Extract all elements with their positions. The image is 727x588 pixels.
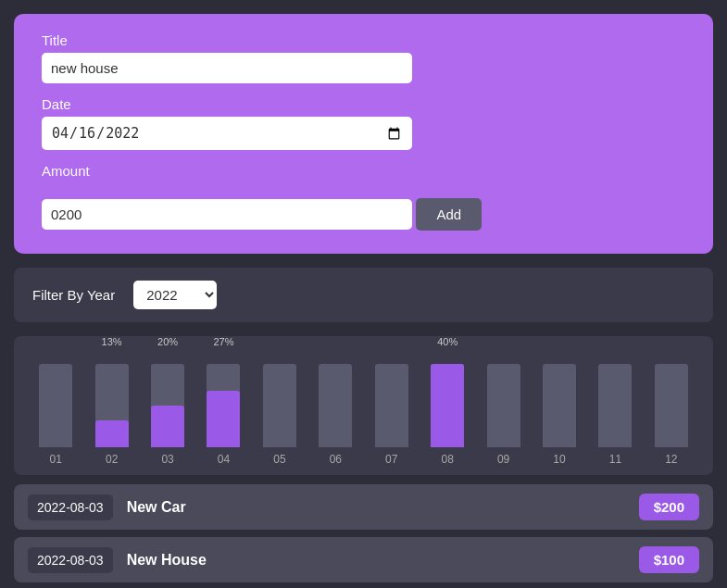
table-row: 2022-08-03New Car$200 — [14, 484, 713, 530]
bar-label-03: 20% — [157, 336, 178, 347]
date-label: Date — [42, 96, 685, 112]
form-panel: Title Date Amount Add — [14, 14, 713, 254]
bar-group-03: 20%03 — [140, 355, 195, 466]
bar-label-02: 13% — [102, 336, 122, 347]
tx-amount: $200 — [639, 494, 699, 520]
month-label-03: 03 — [161, 453, 173, 466]
month-label-07: 07 — [385, 453, 397, 466]
tx-date: 2022-08-03 — [28, 494, 113, 520]
month-label-01: 01 — [50, 453, 62, 466]
bars-container: 0113%0220%0327%0405060740%0809101112 — [28, 355, 699, 466]
bar-label-08: 40% — [437, 336, 458, 347]
bar-group-06: 06 — [307, 355, 363, 466]
transactions-list: 2022-08-03New Car$2002022-08-03New House… — [14, 484, 713, 582]
amount-input[interactable] — [42, 199, 412, 230]
tx-amount: $100 — [639, 546, 699, 573]
date-input[interactable] — [42, 117, 412, 150]
filter-label: Filter By Year — [32, 287, 115, 303]
add-button[interactable]: Add — [416, 198, 482, 231]
bar-label-04: 27% — [213, 336, 233, 347]
table-row: 2022-08-03New House$100 — [14, 537, 713, 582]
bar-group-12: 12 — [644, 355, 699, 466]
bar-group-04: 27%04 — [195, 355, 251, 466]
bar-group-02: 13%02 — [83, 355, 139, 466]
bar-group-07: 07 — [364, 355, 420, 466]
month-label-05: 05 — [273, 453, 285, 466]
title-input[interactable] — [42, 53, 412, 83]
month-label-09: 09 — [497, 453, 509, 466]
tx-name: New House — [127, 552, 639, 569]
month-label-11: 11 — [609, 453, 621, 466]
amount-label: Amount — [42, 163, 685, 179]
month-label-10: 10 — [553, 453, 565, 466]
bar-group-01: 01 — [28, 355, 83, 466]
bar-group-08: 40%08 — [420, 355, 475, 466]
year-select[interactable]: 2020202120222023 — [133, 281, 217, 309]
bar-group-11: 11 — [587, 355, 643, 466]
bar-group-09: 09 — [475, 355, 531, 466]
month-label-02: 02 — [106, 453, 118, 466]
bar-group-10: 10 — [532, 355, 587, 466]
month-label-04: 04 — [218, 453, 230, 466]
tx-name: New Car — [127, 499, 639, 516]
title-label: Title — [42, 32, 685, 48]
bar-group-05: 05 — [252, 355, 307, 466]
month-label-06: 06 — [330, 453, 342, 466]
month-label-12: 12 — [665, 453, 677, 466]
tx-date: 2022-08-03 — [28, 547, 113, 573]
chart-area: 0113%0220%0327%0405060740%0809101112 — [14, 336, 713, 475]
filter-bar: Filter By Year 2020202120222023 — [14, 268, 713, 322]
month-label-08: 08 — [441, 453, 453, 466]
